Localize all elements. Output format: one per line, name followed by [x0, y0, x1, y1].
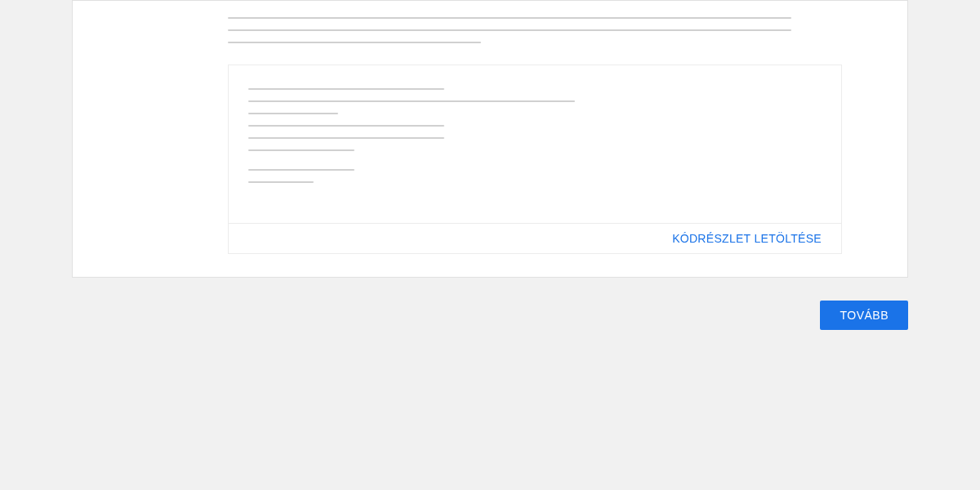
code-footer: KÓDRÉSZLET LETÖLTÉSE: [229, 223, 841, 253]
placeholder-line: [248, 100, 575, 102]
placeholder-line: [248, 88, 444, 90]
next-button[interactable]: TOVÁBB: [820, 301, 908, 330]
placeholder-line: [248, 137, 444, 139]
placeholder-line: [248, 181, 314, 183]
download-snippet-link[interactable]: KÓDRÉSZLET LETÖLTÉSE: [672, 232, 822, 245]
placeholder-line: [248, 149, 354, 151]
action-bar: TOVÁBB: [72, 301, 908, 330]
code-snippet-box: KÓDRÉSZLET LETÖLTÉSE: [228, 65, 842, 254]
main-card: KÓDRÉSZLET LETÖLTÉSE: [72, 0, 908, 278]
placeholder-line: [228, 29, 791, 31]
placeholder-line: [248, 169, 354, 171]
description-block: [73, 1, 907, 43]
placeholder-line: [248, 113, 338, 114]
placeholder-line: [228, 42, 481, 43]
placeholder-line: [228, 17, 791, 19]
placeholder-line: [248, 125, 444, 127]
code-content: [229, 65, 841, 223]
